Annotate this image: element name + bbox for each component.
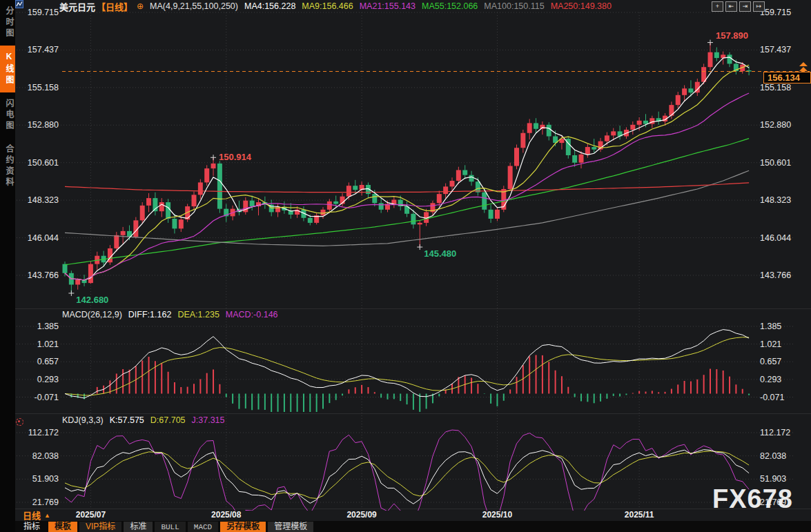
svg-text:112.172: 112.172 xyxy=(760,428,790,437)
period-dropdown-arrow-icon[interactable]: ▲ xyxy=(44,512,50,519)
svg-text:0.657: 0.657 xyxy=(760,357,781,366)
ma-line-MA9 xyxy=(65,65,749,280)
candlestick-series xyxy=(63,43,752,293)
ma-legend-item-0: MA(4,9,21,55,100,250) xyxy=(150,1,238,11)
tab-manage-template[interactable]: 管理模板 xyxy=(268,522,313,532)
svg-text:0.293: 0.293 xyxy=(37,375,59,384)
ma-line-MA250 xyxy=(65,183,749,193)
svg-text:51.903: 51.903 xyxy=(760,474,786,484)
sidebar-item-kline-chart[interactable]: K线图 xyxy=(0,46,15,92)
pan-icon[interactable]: + xyxy=(712,1,723,12)
macd-legend-item-3: MACD:-0.146 xyxy=(226,310,278,319)
scroll-left-icon[interactable]: ⇤ xyxy=(725,1,737,12)
ma-legend-item-2: MA9:156.466 xyxy=(302,1,353,11)
kdj-legend-item-2: D:67.705 xyxy=(150,415,186,425)
svg-text:51.903: 51.903 xyxy=(32,474,59,484)
chart-canvas[interactable]: 157.890150.914145.480142.680159.715159.7… xyxy=(0,0,811,532)
symbol-title: 美元日元 xyxy=(59,0,95,13)
ma-legend-item-1: MA4:156.228 xyxy=(244,1,295,11)
svg-text:146.044: 146.044 xyxy=(28,233,59,243)
svg-text:143.766: 143.766 xyxy=(28,270,59,280)
svg-text:21.769: 21.769 xyxy=(32,497,59,507)
tab-vip-indicators[interactable]: VIP指标 xyxy=(79,522,121,532)
svg-text:146.044: 146.044 xyxy=(760,233,791,243)
svg-text:150.601: 150.601 xyxy=(760,158,791,168)
macd-panel xyxy=(65,330,749,415)
svg-text:0.657: 0.657 xyxy=(37,357,59,366)
tab-save-template[interactable]: 另存模板 xyxy=(220,522,266,532)
svg-text:0.293: 0.293 xyxy=(760,375,781,384)
svg-text:142.680: 142.680 xyxy=(76,295,108,305)
tab-standard[interactable]: 标准 xyxy=(124,522,153,532)
scroll-right-icon[interactable]: ⇥ xyxy=(739,1,751,12)
trading-chart-app: 157.890150.914145.480142.680159.715159.7… xyxy=(0,0,811,532)
svg-text:82.038: 82.038 xyxy=(32,451,59,461)
ma-legend-item-3: MA21:155.143 xyxy=(360,1,416,11)
ma-line-MA4 xyxy=(65,57,749,280)
svg-text:1.385: 1.385 xyxy=(760,322,781,331)
ma-lines xyxy=(65,57,749,280)
svg-text:-0.071: -0.071 xyxy=(35,393,59,402)
bottom-tabbar: 指标模板VIP指标标准BULLMACD另存模板管理模板 xyxy=(15,521,811,532)
k-line xyxy=(65,449,749,504)
svg-text:148.323: 148.323 xyxy=(760,195,791,205)
indicator-config-icon[interactable] xyxy=(16,418,23,426)
macd-legend-item-0: MACD(26,12,9) xyxy=(62,310,122,319)
svg-text:157.890: 157.890 xyxy=(716,30,748,41)
svg-text:155.158: 155.158 xyxy=(28,83,59,92)
macd-legend-item-2: DEA:1.235 xyxy=(177,310,219,319)
svg-text:82.038: 82.038 xyxy=(760,451,786,461)
macd-legend-item-1: DIFF:1.162 xyxy=(128,310,172,319)
title-block: 美元日元 【日线】 xyxy=(59,0,133,13)
svg-text:1.021: 1.021 xyxy=(37,339,59,349)
gridlines xyxy=(15,12,811,509)
ma-legend-item-5: MA100:150.115 xyxy=(484,1,544,11)
svg-text:150.601: 150.601 xyxy=(28,158,59,168)
sidebar-item-timeshare-chart[interactable]: 分时图 xyxy=(0,0,15,46)
tab-template[interactable]: 模板 xyxy=(48,522,77,532)
svg-text:152.880: 152.880 xyxy=(760,120,791,130)
svg-text:150.914: 150.914 xyxy=(219,152,252,162)
window-icons: +⇤⇥↦ xyxy=(712,1,765,12)
jump-latest-icon[interactable]: ↦ xyxy=(753,1,765,12)
kdj-legend-item-0: KDJ(9,3,3) xyxy=(62,415,104,425)
ma-legend: MA(4,9,21,55,100,250)MA4:156.228MA9:156.… xyxy=(150,1,618,11)
add-indicator-icon[interactable]: ⊕ xyxy=(137,1,144,11)
sidebar-item-contract-info[interactable]: 合约资料 xyxy=(0,138,15,195)
chart-header: 美元日元 【日线】 ⊕ MA(4,9,21,55,100,250)MA4:156… xyxy=(15,0,811,12)
svg-text:152.880: 152.880 xyxy=(28,120,59,130)
current-price-tag: 156.134 xyxy=(763,72,811,83)
watermark: FX678 xyxy=(712,484,793,514)
time-axis-row: 日线 ▲ xyxy=(15,509,811,521)
tab-macd[interactable]: MACD xyxy=(188,522,218,532)
svg-text:157.437: 157.437 xyxy=(28,45,59,55)
kdj-legend: KDJ(9,3,3)K:57.575D:67.705J:37.315 xyxy=(62,415,231,425)
period-selector[interactable]: 日线 xyxy=(23,509,41,522)
price-up-arrow-icon xyxy=(799,62,808,72)
period-tag: 【日线】 xyxy=(97,0,133,13)
svg-text:1.021: 1.021 xyxy=(760,339,781,349)
svg-text:157.437: 157.437 xyxy=(760,45,791,55)
svg-text:148.323: 148.323 xyxy=(28,195,59,205)
ma-legend-item-6: MA250:149.380 xyxy=(551,1,612,11)
svg-text:112.172: 112.172 xyxy=(28,428,59,437)
kdj-legend-item-1: K:57.575 xyxy=(110,415,144,425)
chart-type-sidebar: 分时图K线图闪电图合约资料 xyxy=(0,0,15,532)
sidebar-item-lightning-chart[interactable]: 闪电图 xyxy=(0,92,15,138)
svg-text:143.766: 143.766 xyxy=(760,270,791,280)
axis-labels: 159.715159.715157.437157.437155.158155.1… xyxy=(28,8,791,520)
tab-indicators[interactable]: 指标 xyxy=(17,522,46,532)
svg-text:155.158: 155.158 xyxy=(760,83,791,92)
svg-text:145.480: 145.480 xyxy=(424,248,456,259)
ma-legend-item-4: MA55:152.066 xyxy=(422,1,478,11)
kdj-legend-item-3: J:37.315 xyxy=(192,415,225,425)
d-line xyxy=(65,451,749,499)
svg-text:-0.071: -0.071 xyxy=(760,393,784,402)
macd-legend: MACD(26,12,9)DIFF:1.162DEA:1.235MACD:-0.… xyxy=(62,310,284,319)
svg-text:1.385: 1.385 xyxy=(37,322,59,331)
tab-bull[interactable]: BULL xyxy=(155,522,185,532)
